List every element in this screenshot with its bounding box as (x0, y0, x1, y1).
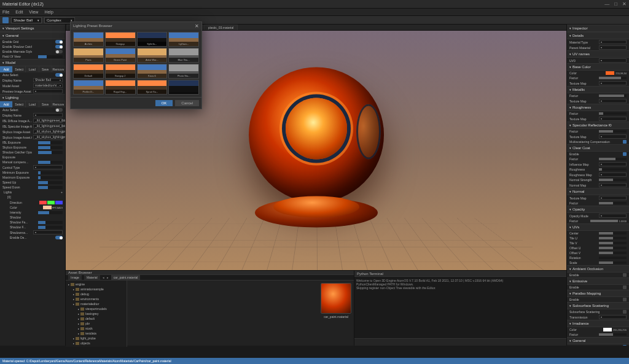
slider[interactable] (599, 261, 627, 264)
dropdown[interactable]: _ibl_skybox_lightingpreset_p... (33, 135, 63, 139)
dropdown[interactable]: _ibl_lightingpreset_iblspecul... (33, 124, 63, 128)
checkbox[interactable] (623, 140, 627, 144)
slider[interactable] (38, 171, 63, 174)
dropdown[interactable] (599, 162, 627, 166)
dropdown[interactable] (599, 172, 627, 177)
dropdown[interactable] (599, 134, 627, 139)
nav-tab-material[interactable]: Material (84, 275, 100, 280)
lighting-preset[interactable]: Syferfo... (137, 32, 168, 47)
dropdown[interactable] (33, 113, 63, 117)
inspector-section[interactable]: Clear Coat (567, 144, 629, 152)
inspector-section[interactable]: Specular Reflectance f0 (567, 122, 629, 129)
tree-node[interactable]: viewportmodels (67, 306, 125, 311)
dialog-cancel-button[interactable]: Cancel (175, 100, 199, 106)
checkbox[interactable] (623, 152, 627, 156)
vector-swatch[interactable] (39, 200, 63, 204)
inspector-section[interactable]: UV names (567, 50, 629, 58)
lighting-preset[interactable]: Kiara 6 (137, 64, 168, 79)
subtab-save[interactable]: Save (39, 101, 52, 107)
nav-fwd-icon[interactable]: ▸ (107, 276, 109, 279)
dialog-close-icon[interactable]: ✕ (195, 23, 199, 29)
lighting-preset[interactable]: Paris (73, 48, 104, 63)
model-selector[interactable]: Shader Ball (11, 17, 42, 23)
inspector-section[interactable]: UVs (567, 223, 629, 231)
dropdown[interactable] (599, 196, 627, 200)
tree-node[interactable]: stock (67, 326, 125, 331)
tree-node[interactable]: basicgrey (67, 311, 125, 316)
lighting-preset[interactable]: Spruit Su... (137, 80, 168, 95)
subtab-remove[interactable]: Remove (52, 101, 65, 107)
inspector-section[interactable]: Metallic (567, 86, 629, 93)
material-tab[interactable]: plastic_03.material (204, 25, 238, 30)
slider[interactable] (599, 232, 627, 234)
nav-tab-image[interactable]: Image (68, 275, 82, 280)
viewport-settings-header[interactable]: Viewport Settings (0, 25, 65, 32)
slider[interactable] (599, 202, 627, 204)
dialog-ok-button[interactable]: OK (155, 100, 173, 106)
section-general[interactable]: General (0, 32, 65, 39)
dropdown[interactable] (33, 89, 63, 93)
color-swatch[interactable] (603, 328, 612, 331)
lighting-preset[interactable]: Royal Esp... (105, 80, 136, 95)
slider[interactable] (599, 247, 627, 249)
tree-node[interactable]: default (67, 316, 125, 321)
color-swatch[interactable] (606, 71, 614, 75)
inspector-section[interactable]: Base Color (567, 63, 629, 71)
dropdown[interactable] (33, 230, 63, 234)
slider[interactable] (599, 95, 627, 97)
dropdown[interactable]: _ibl_lightingpreset_ibldiffuse... (33, 118, 63, 123)
subtab-select[interactable]: Select (13, 66, 26, 72)
slider[interactable] (38, 211, 63, 214)
slider[interactable] (599, 237, 627, 239)
dropdown[interactable] (599, 99, 627, 103)
inspector-header[interactable]: Inspector (567, 25, 629, 32)
menu-help[interactable]: Help (44, 10, 53, 14)
lighting-preset[interactable]: Artist Wor... (137, 48, 168, 63)
slider[interactable] (599, 257, 627, 259)
lighting-preset[interactable]: Default (73, 64, 104, 79)
checkbox[interactable] (623, 345, 627, 346)
toggle[interactable] (55, 45, 63, 48)
dropdown[interactable]: _ibl_skybox_lightingpreset_p... (33, 130, 63, 134)
subtab-remove[interactable]: Remove (52, 66, 65, 72)
dropdown[interactable]: Shader Ball (33, 78, 63, 82)
light-item-0[interactable]: [0] (7, 195, 11, 199)
dropdown[interactable] (599, 58, 627, 63)
checkbox[interactable] (623, 298, 627, 301)
color-swatch[interactable] (43, 206, 52, 209)
checkbox[interactable] (623, 310, 627, 314)
inspector-section[interactable]: Subsurface Scattering (567, 302, 629, 309)
slider[interactable] (38, 176, 63, 179)
section-lighting[interactable]: Lighting (0, 94, 65, 101)
nav-back-icon[interactable]: ◂ (103, 276, 104, 279)
inspector-section[interactable]: Opacity (567, 206, 629, 213)
dropdown[interactable] (599, 214, 627, 218)
slider[interactable] (38, 141, 63, 144)
dropdown[interactable] (599, 40, 627, 44)
checkbox[interactable] (623, 273, 627, 277)
tree-node[interactable]: testdata (67, 331, 125, 336)
tree-node[interactable]: debug (67, 292, 125, 296)
menu-view[interactable]: View (29, 10, 38, 14)
menu-file[interactable]: File (2, 10, 9, 14)
lighting-preset[interactable]: Photo Stu... (168, 64, 199, 79)
tree-node[interactable]: pbr (67, 321, 125, 326)
toggle[interactable] (55, 50, 63, 53)
dropdown[interactable] (599, 81, 627, 85)
tree-node[interactable]: light_probe (67, 336, 125, 341)
toggle[interactable] (55, 236, 63, 239)
minimize-icon[interactable]: — (604, 1, 609, 7)
slider[interactable] (38, 55, 63, 58)
terminal-input[interactable] (354, 338, 566, 346)
subtab-save[interactable]: Save (39, 66, 52, 72)
dropdown[interactable] (33, 165, 63, 169)
dropdown[interactable] (599, 45, 627, 50)
subtab-add[interactable]: Add (0, 101, 13, 107)
slider[interactable] (38, 146, 63, 149)
inspector-section[interactable]: Ambient Occlusion (567, 265, 629, 273)
tree-node[interactable]: materialeditor (67, 301, 125, 306)
lighting-preset[interactable]: Arches (73, 32, 104, 47)
inspector-section[interactable]: Roughness (567, 104, 629, 111)
slider[interactable] (38, 186, 63, 189)
asset-thumbnail[interactable]: car_paint.material (321, 283, 351, 319)
